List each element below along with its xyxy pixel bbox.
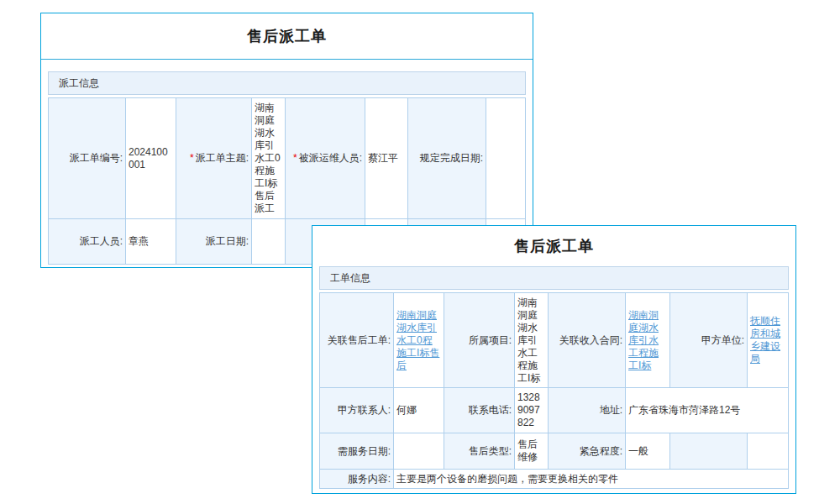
field-label-address: 地址: (549, 388, 626, 433)
field-value-party-a-contact: 何娜 (394, 388, 444, 433)
page-title: 售后派工单 (247, 26, 327, 46)
workorder-info-table: 关联售后工单: 湖南洞庭湖水库引水工0程施工I标售后 所属项目: 湖南洞庭湖水库… (319, 292, 789, 489)
field-label-service-type: 售后类型: (444, 433, 515, 470)
panel-header: 售后派工单 (41, 13, 533, 60)
table-row: 关联售后工单: 湖南洞庭湖水库引水工0程施工I标售后 所属项目: 湖南洞庭湖水库… (320, 293, 789, 388)
field-value-project: 湖南洞庭湖水库引水工程施工I标 (515, 293, 549, 388)
field-value-service-date (394, 433, 444, 470)
table-row: 派工单编号: 2024100001 *派工单主题: 湖南洞庭湖水库引水工0程施工… (49, 98, 526, 219)
field-value-urgency: 一般 (626, 433, 670, 470)
field-value-phone: 13289097822 (515, 388, 549, 433)
empty-label-cell (670, 433, 748, 470)
section-header-workorder-info: 工单信息 (319, 266, 789, 290)
field-label-service-content: 服务内容: (320, 470, 394, 489)
field-label-subject: *派工单主题: (176, 98, 252, 219)
field-value-assignee: 蔡江平 (365, 98, 408, 219)
field-value-address: 广东省珠海市菏泽路12号 (626, 388, 789, 433)
field-label-related-order: 关联售后工单: (320, 293, 394, 388)
field-value-order-no: 2024100001 (126, 98, 176, 219)
required-asterisk: * (293, 152, 297, 164)
field-label-party-a-unit: 甲方单位: (670, 293, 748, 388)
field-value-subject: 湖南洞庭湖水库引水工0程施工I标售后派工 (252, 98, 286, 219)
related-order-link[interactable]: 湖南洞庭湖水库引水工0程施工I标售后 (396, 309, 439, 371)
work-order-panel: 售后派工单 工单信息 关联售后工单: 湖南洞庭湖水库引水工0程施工I标售后 所属… (312, 225, 796, 494)
field-label-income-contract: 关联收入合同: (549, 293, 626, 388)
field-label-dispatcher: 派工人员: (49, 219, 126, 265)
table-row: 需服务日期: 售后类型: 售后维修 紧急程度: 一般 (320, 433, 789, 470)
field-label-project: 所属项目: (444, 293, 515, 388)
field-label-phone: 联系电话: (444, 388, 515, 433)
field-label-urgency: 紧急程度: (549, 433, 626, 470)
panel-body: 工单信息 关联售后工单: 湖南洞庭湖水库引水工0程施工I标售后 所属项目: 湖南… (312, 266, 795, 496)
field-label-dispatch-date: 派工日期: (176, 219, 252, 265)
field-value-deadline (486, 98, 526, 219)
panel-header: 售后派工单 (312, 226, 795, 266)
field-value-dispatch-date (252, 219, 286, 265)
field-value-service-type: 售后维修 (515, 433, 549, 470)
field-label-party-a-contact: 甲方联系人: (320, 388, 394, 433)
party-a-unit-link[interactable]: 抚顺住房和城乡建设局 (750, 315, 780, 365)
field-value-party-a-unit: 抚顺住房和城乡建设局 (748, 293, 789, 388)
field-label-deadline: 规定完成日期: (408, 98, 486, 219)
table-row: 服务内容: 主要是两个设备的磨损问题，需要更换相关的零件 (320, 470, 789, 489)
table-row: 甲方联系人: 何娜 联系电话: 13289097822 地址: 广东省珠海市菏泽… (320, 388, 789, 433)
field-value-service-content: 主要是两个设备的磨损问题，需要更换相关的零件 (394, 470, 789, 489)
empty-value-cell (748, 433, 789, 470)
field-value-dispatcher: 章燕 (126, 219, 176, 265)
field-label-service-date: 需服务日期: (320, 433, 394, 470)
field-value-related-order: 湖南洞庭湖水库引水工0程施工I标售后 (394, 293, 444, 388)
field-label-assignee: *被派运维人员: (286, 98, 365, 219)
page-title: 售后派工单 (514, 236, 594, 256)
section-header-dispatch-info: 派工信息 (48, 71, 526, 95)
required-asterisk: * (190, 152, 194, 164)
income-contract-link[interactable]: 湖南洞庭湖水库引水工程施工I标 (628, 309, 659, 371)
field-label-order-no: 派工单编号: (49, 98, 126, 219)
field-value-income-contract: 湖南洞庭湖水库引水工程施工I标 (626, 293, 670, 388)
